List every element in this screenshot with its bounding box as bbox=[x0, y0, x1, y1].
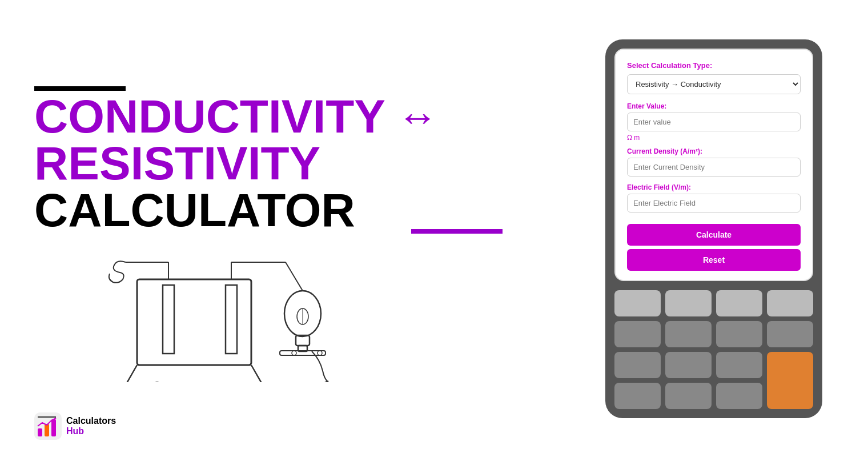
key-9[interactable] bbox=[614, 352, 661, 378]
title-underbar bbox=[411, 229, 503, 234]
svg-rect-2 bbox=[226, 285, 237, 354]
logo-area: Calculators Hub bbox=[34, 412, 116, 440]
svg-rect-0 bbox=[137, 279, 251, 365]
enter-value-label: Enter Value: bbox=[627, 102, 801, 110]
reset-button[interactable]: Reset bbox=[627, 249, 801, 271]
key-13[interactable] bbox=[665, 383, 712, 409]
svg-rect-21 bbox=[38, 428, 42, 436]
key-3[interactable] bbox=[716, 290, 762, 316]
calculator-device: Select Calculation Type: Resistivity → C… bbox=[605, 39, 822, 418]
key-orange[interactable] bbox=[767, 352, 813, 409]
key-2[interactable] bbox=[665, 290, 712, 316]
key-7[interactable] bbox=[716, 321, 762, 347]
calculate-button[interactable]: Calculate bbox=[627, 224, 801, 246]
svg-point-18 bbox=[292, 351, 296, 355]
svg-rect-23 bbox=[51, 419, 56, 436]
calc-type-label: Select Calculation Type: bbox=[627, 61, 801, 70]
key-5[interactable] bbox=[614, 321, 661, 347]
key-6[interactable] bbox=[665, 321, 712, 347]
title-block: CONDUCTIVITY ↔ RESISTIVITY CALCULATOR bbox=[34, 86, 503, 234]
logo-icon bbox=[34, 412, 62, 440]
left-section: CONDUCTIVITY ↔ RESISTIVITY CALCULATOR bbox=[34, 75, 503, 382]
arrow-icon: ↔ bbox=[397, 96, 438, 137]
electric-field-label: Electric Field (V/m): bbox=[627, 183, 801, 191]
conductivity-text: CONDUCTIVITY bbox=[34, 93, 385, 140]
calculator-screen: Select Calculation Type: Resistivity → C… bbox=[614, 49, 813, 281]
logo-text: Calculators Hub bbox=[66, 416, 116, 436]
current-density-input[interactable] bbox=[627, 158, 801, 177]
svg-line-16 bbox=[286, 262, 303, 291]
calc-type-dropdown[interactable]: Resistivity → Conductivity Conductivity … bbox=[627, 74, 801, 94]
logo-hub: Hub bbox=[66, 426, 116, 436]
electric-field-input[interactable] bbox=[627, 194, 801, 213]
value-unit: Ω m bbox=[627, 134, 801, 142]
title-line3: CALCULATOR bbox=[34, 187, 503, 234]
key-4[interactable] bbox=[767, 290, 813, 316]
illustration bbox=[69, 245, 331, 382]
key-12[interactable] bbox=[614, 383, 661, 409]
keypad bbox=[614, 290, 813, 409]
title-line2: RESISTIVITY bbox=[34, 140, 503, 187]
enter-value-input[interactable] bbox=[627, 113, 801, 131]
right-section: Select Calculation Type: Resistivity → C… bbox=[605, 39, 834, 418]
svg-line-7 bbox=[126, 365, 137, 382]
svg-line-8 bbox=[251, 365, 263, 382]
key-11[interactable] bbox=[716, 352, 762, 378]
key-14[interactable] bbox=[716, 383, 762, 409]
title-line1: CONDUCTIVITY ↔ bbox=[34, 93, 503, 140]
key-1[interactable] bbox=[614, 290, 661, 316]
current-density-label: Current Density (A/m²): bbox=[627, 147, 801, 155]
logo-calculators: Calculators bbox=[66, 416, 116, 426]
key-8[interactable] bbox=[767, 321, 813, 347]
svg-rect-22 bbox=[45, 424, 49, 436]
key-10[interactable] bbox=[665, 352, 712, 378]
svg-rect-1 bbox=[163, 285, 174, 354]
svg-point-19 bbox=[318, 351, 322, 355]
